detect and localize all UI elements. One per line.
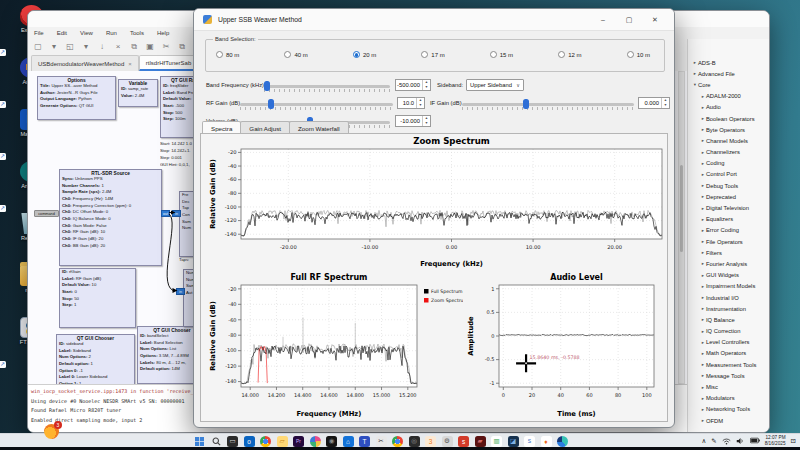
- radio-20m[interactable]: 20 m: [353, 51, 376, 58]
- library-item-instrumentation[interactable]: ▸Instrumentation: [688, 303, 769, 314]
- library-item-filters[interactable]: ▸Filters: [688, 247, 769, 258]
- menu-file[interactable]: File: [32, 29, 46, 37]
- new-flowgraph-icon[interactable]: ▢: [33, 42, 43, 51]
- outlook-icon[interactable]: o: [244, 436, 255, 447]
- slider-track[interactable]: [462, 103, 634, 106]
- rf-gain-slider-handle[interactable]: [268, 99, 274, 109]
- open-flowgraph-icon[interactable]: ◱: [65, 42, 75, 51]
- menu-run[interactable]: Run: [104, 29, 119, 37]
- task-view-icon[interactable]: ▭: [227, 436, 238, 447]
- dialog-titlebar[interactable]: Upper SSB Weaver Method – ▢ ✕: [194, 9, 674, 31]
- library-item-channelizers[interactable]: ▸Channelizers: [688, 147, 769, 158]
- if-gain-value[interactable]: 0.000: [639, 98, 661, 108]
- library-item-debug-tools[interactable]: ▸Debug Tools: [688, 180, 769, 191]
- zoom-spectrum-chart[interactable]: -20.00-10.000.0010.0020.00-20-40-60-80-1…: [205, 135, 670, 271]
- slider-track[interactable]: [264, 85, 390, 88]
- radio-button-icon[interactable]: [490, 51, 497, 58]
- rf-gain-spinbox[interactable]: 10.0 ▲▼: [397, 97, 425, 109]
- gear-app-icon[interactable]: ⚙: [442, 436, 453, 447]
- volume-value[interactable]: -10.000: [396, 116, 422, 126]
- radio-40m[interactable]: 40 m: [284, 51, 307, 58]
- radio-button-icon[interactable]: [216, 51, 223, 58]
- library-item-file-operators[interactable]: ▸File Operators: [688, 236, 769, 247]
- radio-80m[interactable]: 80 m: [216, 51, 239, 58]
- library-item-deprecated[interactable]: ▸Deprecated: [688, 191, 769, 202]
- band-frequency-slider-handle[interactable]: [264, 81, 270, 91]
- camera-icon[interactable]: ◉: [326, 436, 337, 447]
- sideband-dropdown[interactable]: Upper Sideband ∨: [466, 79, 524, 91]
- full-rf-spectrum-chart[interactable]: 14.00014.20014.40014.60014.80015.00015.2…: [207, 271, 463, 421]
- chrome-icon[interactable]: [260, 436, 271, 447]
- radio-button-icon[interactable]: [421, 51, 428, 58]
- start-button[interactable]: [194, 436, 205, 447]
- rtl-sdr-source-block[interactable]: RTL-SDR SourceSync: Unknown PPSNumber Ch…: [59, 169, 162, 266]
- close-icon[interactable]: ×: [128, 61, 132, 67]
- pen-icon[interactable]: ✎: [711, 437, 716, 445]
- radio-button-icon[interactable]: [627, 51, 634, 58]
- radio-17m[interactable]: 17 m: [421, 51, 444, 58]
- close-tab-icon[interactable]: ×: [113, 42, 123, 51]
- search-icon[interactable]: [211, 436, 222, 447]
- file-explorer-icon[interactable]: ▱: [277, 436, 288, 447]
- store-icon[interactable]: ⌂: [343, 436, 354, 447]
- radio-10m[interactable]: 10 m: [627, 51, 650, 58]
- radio-12m[interactable]: 12 m: [558, 51, 581, 58]
- paste-icon[interactable]: ▣: [145, 42, 155, 51]
- options-block[interactable]: OptionsTitle: Upper SS...aver MethodAuth…: [37, 76, 116, 120]
- library-item-core[interactable]: ▾Core: [688, 79, 769, 90]
- library-item-fourier-analysis[interactable]: ▸Fourier Analysis: [688, 258, 769, 269]
- band-frequency-value[interactable]: -500.000: [396, 80, 422, 90]
- color-wheel-app-icon[interactable]: [392, 436, 403, 447]
- battery-icon[interactable]: [750, 437, 760, 445]
- library-item-control-port[interactable]: ▸Control Port: [688, 169, 769, 180]
- library-item-ads-b[interactable]: ▸ADS-B: [688, 57, 769, 68]
- library-item-equalizers[interactable]: ▸Equalizers: [688, 214, 769, 225]
- library-item-math-operators[interactable]: ▸Math Operators: [688, 348, 769, 359]
- radio-button-icon[interactable]: [558, 51, 565, 58]
- variable-samp-rate-block[interactable]: VariableID: samp_rateValue: 2.4M: [118, 79, 158, 107]
- chevron-up-icon[interactable]: ∧: [701, 437, 706, 445]
- rtl-sdr-command-port[interactable]: command: [34, 210, 59, 217]
- teams-icon[interactable]: T: [359, 436, 370, 447]
- spin-down-icon[interactable]: ▼: [423, 85, 430, 90]
- volume-icon[interactable]: [736, 437, 745, 446]
- chart-app-icon[interactable]: ▥: [491, 436, 502, 447]
- premiere-icon[interactable]: Pr: [293, 436, 304, 447]
- close-button[interactable]: ✕: [642, 9, 668, 31]
- library-item-audio[interactable]: ▸Audio: [688, 102, 769, 113]
- if-gain-slider[interactable]: [462, 99, 634, 109]
- maroon-app-icon[interactable]: ▰: [475, 436, 486, 447]
- chooser-sideband-block[interactable]: QT GUI ChooserID: sidebandLabel: Sideban…: [56, 334, 135, 384]
- library-item-industrial-i-o[interactable]: ▸Industrial I/O: [688, 292, 769, 303]
- edge-icon[interactable]: [557, 436, 568, 447]
- rf-gain-slider[interactable]: [240, 99, 393, 109]
- band-frequency-slider[interactable]: [264, 81, 390, 91]
- spin-down-icon[interactable]: ▼: [417, 103, 424, 108]
- library-item-coding[interactable]: ▸Coding: [688, 158, 769, 169]
- library-item-measurement-tools[interactable]: ▸Measurement Tools: [688, 359, 769, 370]
- flowgraph-tab-rtlsdrHfTunerSab[interactable]: rtlsdrHfTunerSab: [139, 55, 198, 71]
- slider-track[interactable]: [240, 103, 393, 106]
- library-item-iq-balance[interactable]: ▸IQ Balance: [688, 314, 769, 325]
- duplicate-icon[interactable]: ⧉: [177, 42, 187, 52]
- library-item-impairment-models[interactable]: ▸Impairment Models: [688, 281, 769, 292]
- maximize-button[interactable]: ▢: [616, 9, 642, 31]
- band-frequency-spinbox[interactable]: -500.000 ▲▼: [395, 79, 431, 91]
- copy-icon[interactable]: ⧉: [129, 42, 139, 52]
- rtl-sdr-out-port[interactable]: out: [161, 210, 170, 217]
- rf-gain-value[interactable]: 10.0: [398, 98, 416, 108]
- menu-view[interactable]: View: [78, 29, 95, 37]
- rf-gain-range-block[interactable]: ID: rfGainLabel: RF Gain (dB)Default Val…: [59, 268, 136, 328]
- s-app-icon[interactable]: S: [524, 436, 535, 447]
- library-item-iq-correction[interactable]: ▸IQ Correction: [688, 326, 769, 337]
- tray-notification-badge-icon[interactable]: 3: [44, 424, 59, 439]
- library-item-networking-tools[interactable]: ▸Networking Tools: [688, 404, 769, 415]
- library-item-level-controllers[interactable]: ▸Level Controllers: [688, 337, 769, 348]
- volume-spinbox[interactable]: -10.000 ▲▼: [395, 115, 431, 127]
- cut-icon[interactable]: ✂: [161, 42, 171, 51]
- wifi-icon[interactable]: [722, 437, 731, 446]
- library-item-ofdm[interactable]: ▸OFDM: [688, 415, 769, 426]
- radio-button-icon[interactable]: [353, 51, 360, 58]
- library-item-adalm-2000[interactable]: ▸ADALM-2000: [688, 91, 769, 102]
- library-item-misc[interactable]: ▸Misc: [688, 381, 769, 392]
